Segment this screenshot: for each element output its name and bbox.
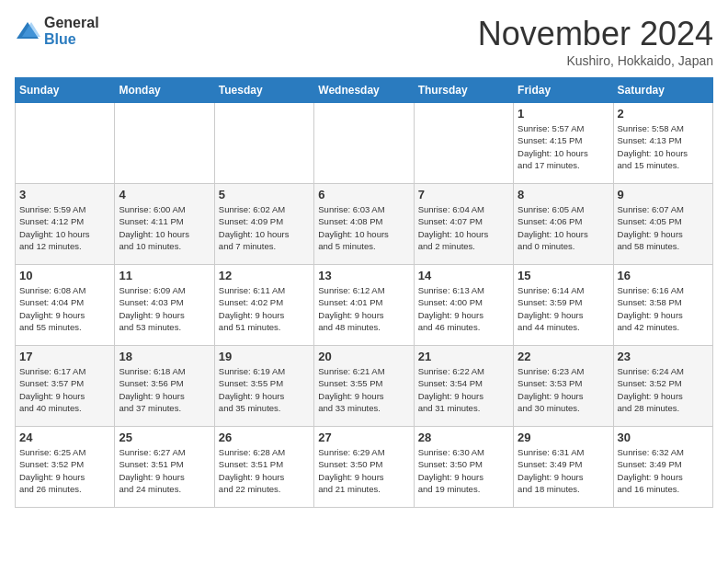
day-info: Sunrise: 6:03 AM Sunset: 4:08 PM Dayligh… bbox=[318, 203, 409, 252]
logo-blue-text: Blue bbox=[44, 31, 99, 48]
day-info: Sunrise: 6:00 AM Sunset: 4:11 PM Dayligh… bbox=[119, 203, 210, 252]
day-info: Sunrise: 6:22 AM Sunset: 3:54 PM Dayligh… bbox=[418, 365, 509, 414]
calendar-cell: 3Sunrise: 5:59 AM Sunset: 4:12 PM Daylig… bbox=[16, 184, 115, 265]
calendar-table: SundayMondayTuesdayWednesdayThursdayFrid… bbox=[15, 77, 713, 508]
month-title: November 2024 bbox=[478, 15, 713, 53]
title-block: November 2024 Kushiro, Hokkaido, Japan bbox=[478, 15, 713, 68]
calendar-cell: 21Sunrise: 6:22 AM Sunset: 3:54 PM Dayli… bbox=[414, 346, 513, 427]
day-number: 9 bbox=[618, 188, 709, 201]
day-info: Sunrise: 6:21 AM Sunset: 3:55 PM Dayligh… bbox=[318, 365, 409, 414]
calendar-cell bbox=[214, 103, 313, 184]
day-info: Sunrise: 6:05 AM Sunset: 4:06 PM Dayligh… bbox=[518, 203, 609, 252]
day-number: 11 bbox=[119, 269, 210, 282]
day-info: Sunrise: 6:02 AM Sunset: 4:09 PM Dayligh… bbox=[219, 203, 310, 252]
day-number: 27 bbox=[318, 431, 409, 444]
day-number: 24 bbox=[19, 431, 110, 444]
day-info: Sunrise: 6:30 AM Sunset: 3:50 PM Dayligh… bbox=[418, 446, 509, 495]
day-number: 25 bbox=[119, 431, 210, 444]
location-subtitle: Kushiro, Hokkaido, Japan bbox=[478, 53, 713, 68]
calendar-cell bbox=[314, 103, 414, 184]
day-number: 14 bbox=[418, 269, 509, 282]
day-number: 1 bbox=[518, 107, 609, 121]
calendar-cell: 24Sunrise: 6:25 AM Sunset: 3:52 PM Dayli… bbox=[16, 427, 115, 508]
day-number: 26 bbox=[219, 431, 310, 444]
day-info: Sunrise: 6:07 AM Sunset: 4:05 PM Dayligh… bbox=[618, 203, 709, 252]
day-number: 29 bbox=[518, 431, 609, 444]
day-info: Sunrise: 6:12 AM Sunset: 4:01 PM Dayligh… bbox=[318, 284, 409, 333]
day-number: 10 bbox=[19, 269, 110, 282]
logo: General Blue bbox=[15, 15, 99, 47]
calendar-header-row: SundayMondayTuesdayWednesdayThursdayFrid… bbox=[16, 78, 713, 103]
calendar-week-row: 3Sunrise: 5:59 AM Sunset: 4:12 PM Daylig… bbox=[16, 184, 713, 265]
calendar-cell bbox=[414, 103, 513, 184]
day-number: 5 bbox=[219, 188, 310, 201]
day-number: 19 bbox=[219, 350, 310, 363]
calendar-cell: 25Sunrise: 6:27 AM Sunset: 3:51 PM Dayli… bbox=[115, 427, 214, 508]
calendar-cell: 10Sunrise: 6:08 AM Sunset: 4:04 PM Dayli… bbox=[16, 265, 115, 346]
day-info: Sunrise: 6:17 AM Sunset: 3:57 PM Dayligh… bbox=[19, 365, 110, 414]
day-number: 21 bbox=[418, 350, 509, 363]
day-info: Sunrise: 6:09 AM Sunset: 4:03 PM Dayligh… bbox=[119, 284, 210, 333]
day-number: 18 bbox=[119, 350, 210, 363]
calendar-cell: 20Sunrise: 6:21 AM Sunset: 3:55 PM Dayli… bbox=[314, 346, 414, 427]
calendar-cell: 14Sunrise: 6:13 AM Sunset: 4:00 PM Dayli… bbox=[414, 265, 513, 346]
calendar-cell: 23Sunrise: 6:24 AM Sunset: 3:52 PM Dayli… bbox=[613, 346, 712, 427]
day-number: 15 bbox=[518, 269, 609, 282]
weekday-header: Friday bbox=[514, 78, 613, 103]
calendar-cell: 7Sunrise: 6:04 AM Sunset: 4:07 PM Daylig… bbox=[414, 184, 513, 265]
calendar-cell: 4Sunrise: 6:00 AM Sunset: 4:11 PM Daylig… bbox=[115, 184, 214, 265]
day-info: Sunrise: 6:16 AM Sunset: 3:58 PM Dayligh… bbox=[618, 284, 709, 333]
calendar-week-row: 10Sunrise: 6:08 AM Sunset: 4:04 PM Dayli… bbox=[16, 265, 713, 346]
weekday-header: Thursday bbox=[414, 78, 513, 103]
day-info: Sunrise: 6:14 AM Sunset: 3:59 PM Dayligh… bbox=[518, 284, 609, 333]
calendar-cell: 2Sunrise: 5:58 AM Sunset: 4:13 PM Daylig… bbox=[613, 103, 712, 184]
day-info: Sunrise: 6:23 AM Sunset: 3:53 PM Dayligh… bbox=[518, 365, 609, 414]
day-info: Sunrise: 6:31 AM Sunset: 3:49 PM Dayligh… bbox=[518, 446, 609, 495]
day-number: 8 bbox=[518, 188, 609, 201]
calendar-cell: 12Sunrise: 6:11 AM Sunset: 4:02 PM Dayli… bbox=[214, 265, 313, 346]
day-number: 2 bbox=[618, 107, 709, 121]
calendar-cell: 1Sunrise: 5:57 AM Sunset: 4:15 PM Daylig… bbox=[514, 103, 613, 184]
day-number: 20 bbox=[318, 350, 409, 363]
day-info: Sunrise: 6:11 AM Sunset: 4:02 PM Dayligh… bbox=[219, 284, 310, 333]
day-info: Sunrise: 6:19 AM Sunset: 3:55 PM Dayligh… bbox=[219, 365, 310, 414]
day-number: 22 bbox=[518, 350, 609, 363]
calendar-cell: 6Sunrise: 6:03 AM Sunset: 4:08 PM Daylig… bbox=[314, 184, 414, 265]
calendar-cell: 8Sunrise: 6:05 AM Sunset: 4:06 PM Daylig… bbox=[514, 184, 613, 265]
weekday-header: Tuesday bbox=[214, 78, 313, 103]
day-number: 3 bbox=[19, 188, 110, 201]
calendar-cell: 30Sunrise: 6:32 AM Sunset: 3:49 PM Dayli… bbox=[613, 427, 712, 508]
day-number: 12 bbox=[219, 269, 310, 282]
calendar-cell: 29Sunrise: 6:31 AM Sunset: 3:49 PM Dayli… bbox=[514, 427, 613, 508]
calendar-cell: 5Sunrise: 6:02 AM Sunset: 4:09 PM Daylig… bbox=[214, 184, 313, 265]
calendar-cell bbox=[115, 103, 214, 184]
weekday-header: Wednesday bbox=[314, 78, 414, 103]
day-info: Sunrise: 6:25 AM Sunset: 3:52 PM Dayligh… bbox=[19, 446, 110, 495]
day-number: 17 bbox=[19, 350, 110, 363]
calendar-cell: 26Sunrise: 6:28 AM Sunset: 3:51 PM Dayli… bbox=[214, 427, 313, 508]
calendar-cell: 28Sunrise: 6:30 AM Sunset: 3:50 PM Dayli… bbox=[414, 427, 513, 508]
day-number: 30 bbox=[618, 431, 709, 444]
calendar-cell bbox=[16, 103, 115, 184]
logo-general-text: General bbox=[44, 15, 99, 31]
calendar-cell: 15Sunrise: 6:14 AM Sunset: 3:59 PM Dayli… bbox=[514, 265, 613, 346]
calendar-cell: 22Sunrise: 6:23 AM Sunset: 3:53 PM Dayli… bbox=[514, 346, 613, 427]
day-info: Sunrise: 6:04 AM Sunset: 4:07 PM Dayligh… bbox=[418, 203, 509, 252]
page-header: General Blue November 2024 Kushiro, Hokk… bbox=[15, 15, 713, 68]
day-number: 7 bbox=[418, 188, 509, 201]
calendar-week-row: 24Sunrise: 6:25 AM Sunset: 3:52 PM Dayli… bbox=[16, 427, 713, 508]
day-info: Sunrise: 6:24 AM Sunset: 3:52 PM Dayligh… bbox=[618, 365, 709, 414]
day-info: Sunrise: 6:13 AM Sunset: 4:00 PM Dayligh… bbox=[418, 284, 509, 333]
calendar-cell: 16Sunrise: 6:16 AM Sunset: 3:58 PM Dayli… bbox=[613, 265, 712, 346]
day-number: 6 bbox=[318, 188, 409, 201]
day-number: 4 bbox=[119, 188, 210, 201]
day-info: Sunrise: 5:58 AM Sunset: 4:13 PM Dayligh… bbox=[618, 122, 709, 171]
day-info: Sunrise: 5:57 AM Sunset: 4:15 PM Dayligh… bbox=[518, 122, 609, 171]
logo-icon bbox=[15, 18, 40, 44]
day-info: Sunrise: 6:08 AM Sunset: 4:04 PM Dayligh… bbox=[19, 284, 110, 333]
day-number: 28 bbox=[418, 431, 509, 444]
weekday-header: Sunday bbox=[16, 78, 115, 103]
day-info: Sunrise: 6:28 AM Sunset: 3:51 PM Dayligh… bbox=[219, 446, 310, 495]
weekday-header: Monday bbox=[115, 78, 214, 103]
calendar-cell: 9Sunrise: 6:07 AM Sunset: 4:05 PM Daylig… bbox=[613, 184, 712, 265]
